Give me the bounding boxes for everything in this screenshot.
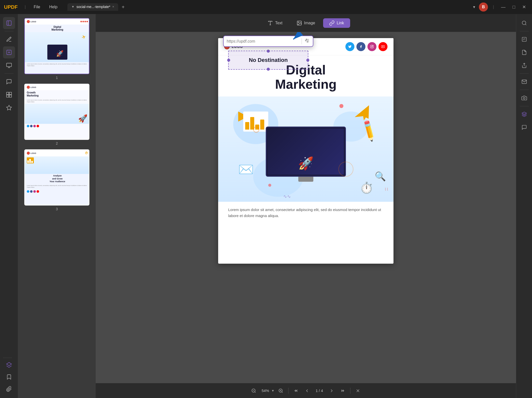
social-facebook[interactable] xyxy=(356,42,365,51)
tab-list-dropdown[interactable]: ▼ xyxy=(472,5,476,9)
right-icon-search[interactable] xyxy=(518,17,530,29)
sidebar-icon-organize[interactable] xyxy=(3,89,15,101)
social-instagram[interactable] xyxy=(367,42,376,51)
right-icon-share[interactable] xyxy=(518,59,530,71)
right-icon-comment[interactable] xyxy=(518,121,530,133)
right-sep-3 xyxy=(520,90,529,90)
sidebar-sep2 xyxy=(5,73,14,74)
mini-social-facebook xyxy=(30,125,33,127)
tab-dropdown-icon: ▼ xyxy=(71,5,74,9)
bar-4 xyxy=(260,120,264,130)
right-icon-mail[interactable] xyxy=(518,76,530,88)
mini-title-2: Growth Marketing xyxy=(25,90,89,98)
minimize-btn[interactable]: — xyxy=(499,4,507,11)
social-youtube[interactable] xyxy=(378,42,387,51)
titlebar-right: ▼ B | — □ ✕ xyxy=(472,3,528,12)
sidebar-icon-annotate[interactable] xyxy=(3,33,15,45)
sidebar-icon-comment[interactable] xyxy=(3,76,15,88)
thumb-item-2[interactable]: LOGO Growth Marketing Lorem ipsum dolor … xyxy=(22,84,92,145)
tab-close-btn[interactable]: × xyxy=(112,5,114,9)
handle-left[interactable] xyxy=(227,59,230,62)
right-icon-ocr[interactable] xyxy=(518,33,530,45)
monitor: 🚀 xyxy=(266,127,346,187)
handle-right[interactable] xyxy=(306,59,309,62)
thumb-card-2[interactable]: LOGO Growth Marketing Lorem ipsum dolor … xyxy=(24,84,89,140)
page-sep: / xyxy=(319,388,320,393)
maximize-btn[interactable]: □ xyxy=(510,4,517,11)
mini-logo-circle-1 xyxy=(27,20,30,23)
thumb-card-3[interactable]: LOGO ⏱ xyxy=(24,149,89,206)
mini-illustration-3 xyxy=(25,156,89,174)
page-wrapper: No Destination LOGO xyxy=(218,38,393,264)
thumb-num-3: 3 xyxy=(56,207,58,211)
prev-page-btn[interactable] xyxy=(303,387,312,394)
right-icon-extract[interactable] xyxy=(518,46,530,58)
thumb-item-3[interactable]: LOGO ⏱ xyxy=(22,149,92,211)
zoom-dropdown-icon[interactable]: ▼ xyxy=(271,389,274,392)
mini-logo-text-1: LOGO xyxy=(31,21,36,23)
mini-social-youtube xyxy=(37,125,39,127)
image-tool-btn[interactable]: Image xyxy=(291,18,321,28)
handle-top[interactable] xyxy=(267,50,270,53)
close-btn[interactable]: ✕ xyxy=(520,3,528,11)
mini-social-twitter-3 xyxy=(27,190,29,193)
thumb-item-1[interactable]: LOGO Digital Marketing xyxy=(22,18,92,80)
page-total: 4 xyxy=(321,388,323,393)
mini-page-1: LOGO Digital Marketing xyxy=(25,19,89,74)
titlebar-sep2: | xyxy=(493,5,494,9)
app-logo: UPDF xyxy=(4,4,18,10)
zoom-in-btn[interactable] xyxy=(276,387,285,394)
mini-title-1: Digital Marketing xyxy=(25,25,89,32)
svg-point-40 xyxy=(522,21,526,25)
close-panel-btn[interactable] xyxy=(353,387,362,394)
mini-social-twitter xyxy=(27,125,29,127)
menu-file[interactable]: File xyxy=(31,4,43,10)
right-icon-ai[interactable] xyxy=(518,108,530,120)
sidebar-icon-attachment[interactable] xyxy=(3,383,15,395)
first-page-btn[interactable] xyxy=(292,387,301,394)
avatar[interactable]: B xyxy=(479,3,488,12)
bt-sep-2 xyxy=(350,388,350,394)
right-icon-snapshot[interactable] xyxy=(518,92,530,104)
deco-envelope: ✉️ xyxy=(238,162,254,177)
next-page-btn[interactable] xyxy=(327,387,336,394)
mini-logo-text-2: LOGO xyxy=(31,86,36,88)
link-tool-btn[interactable]: Link xyxy=(323,18,350,28)
text-tool-label: Text xyxy=(275,21,282,25)
image-tool-label: Image xyxy=(304,21,315,25)
svg-point-27 xyxy=(373,46,373,46)
mini-header-1: LOGO xyxy=(25,19,89,25)
social-twitter[interactable] xyxy=(345,42,354,51)
mini-page-3: LOGO ⏱ xyxy=(25,150,89,205)
tab-title: social-me...-template* xyxy=(76,5,110,9)
sidebar-icon-layers[interactable] xyxy=(3,359,15,371)
thumb-card-1[interactable]: LOGO Digital Marketing xyxy=(24,18,89,74)
rocket-inner: 🚀 xyxy=(298,156,314,171)
tab-add-btn[interactable]: + xyxy=(119,3,127,11)
handle-bottom[interactable] xyxy=(267,68,270,71)
mini-dot-1 xyxy=(80,21,82,22)
menu-help[interactable]: Help xyxy=(46,4,60,10)
selected-region[interactable]: No Destination xyxy=(228,51,308,70)
mini-social-facebook-3 xyxy=(30,190,33,193)
content-area: Text Image Link xyxy=(96,14,516,398)
svg-marker-28 xyxy=(383,46,383,47)
text-tool-btn[interactable]: Text xyxy=(261,18,288,28)
sidebar-icon-edit[interactable] xyxy=(3,46,15,58)
deco-circle-2 xyxy=(338,162,353,177)
sidebar-bottom xyxy=(3,357,15,395)
page-canvas[interactable]: No Destination LOGO xyxy=(96,32,516,383)
svg-line-41 xyxy=(525,24,526,25)
right-sep-2 xyxy=(520,73,529,74)
text-tool-icon xyxy=(268,20,273,26)
right-sep-1 xyxy=(520,31,529,31)
sidebar-icon-reader[interactable] xyxy=(3,17,15,29)
deco-zigzag-2: ⌇⌇ xyxy=(384,187,388,192)
thumbnail-panel: LOGO Digital Marketing xyxy=(18,14,96,398)
sidebar-icon-bookmark[interactable] xyxy=(3,371,15,383)
last-page-btn[interactable] xyxy=(338,387,347,394)
sidebar-icon-convert[interactable] xyxy=(3,102,15,114)
zoom-out-btn[interactable] xyxy=(249,387,258,394)
sidebar-icon-pages[interactable] xyxy=(3,59,15,71)
tab-current[interactable]: ▼ social-me...-template* × xyxy=(67,3,118,11)
